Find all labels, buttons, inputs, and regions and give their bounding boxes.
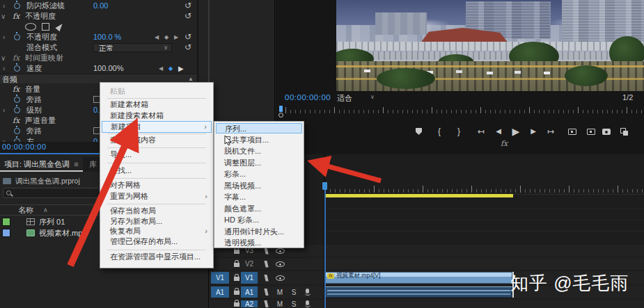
- extract-button[interactable]: [586, 125, 597, 138]
- next-keyframe-icon[interactable]: ▶: [174, 32, 178, 42]
- submenu-item-transparent-video[interactable]: 透明视频...: [216, 238, 302, 248]
- submenu-item-adjustment-layer[interactable]: 调整图层...: [216, 158, 302, 168]
- playback-resolution[interactable]: 1/2: [622, 93, 633, 102]
- source-patch-button[interactable]: A1: [211, 286, 229, 298]
- menu-item-import[interactable]: 导入...: [102, 149, 212, 160]
- submenu-item-bars-tone[interactable]: 彩条...: [216, 169, 302, 179]
- chevron-down-icon[interactable]: ∨: [1, 12, 6, 21]
- menu-item-save-layout[interactable]: 保存当前布局: [102, 206, 212, 216]
- prev-keyframe-icon[interactable]: ◀: [159, 63, 163, 74]
- track-target-button[interactable]: V1: [241, 272, 258, 284]
- add-marker-button[interactable]: [414, 125, 425, 138]
- eye-icon[interactable]: [276, 275, 285, 281]
- effect-panel-timecode[interactable]: 00:00:00:00: [2, 143, 47, 151]
- stopwatch-icon[interactable]: [14, 65, 20, 72]
- add-keyframe-icon[interactable]: ◆: [164, 32, 168, 42]
- submenu-item-black-video[interactable]: 黑场视频...: [216, 181, 302, 191]
- step-back-button[interactable]: ◀: [493, 125, 504, 138]
- sync-lock-icon[interactable]: [263, 248, 269, 254]
- video-clip[interactable]: fx 视频素材.mp4[V]: [325, 272, 512, 284]
- chevron-right-icon[interactable]: ›: [3, 64, 5, 73]
- lock-icon[interactable]: [234, 302, 239, 307]
- reset-icon[interactable]: ↺: [184, 11, 191, 22]
- submenu-item-offline-file[interactable]: 脱机文件...: [216, 146, 302, 156]
- menu-item-save-as-layout[interactable]: 另存为新布局...: [102, 216, 212, 227]
- monitor-timecode[interactable]: 00:00:00:00: [285, 93, 331, 102]
- lift-button[interactable]: [567, 125, 578, 138]
- property-value[interactable]: 100.0 %: [93, 32, 121, 42]
- label-color-swatch[interactable]: [2, 218, 10, 226]
- menu-item-align-grid[interactable]: 对齐网格: [102, 180, 212, 191]
- mute-button[interactable]: M: [276, 286, 284, 298]
- reset-icon[interactable]: ↺: [184, 1, 191, 11]
- lock-icon[interactable]: [234, 277, 239, 281]
- blend-mode-select[interactable]: 正常 ∨: [93, 43, 172, 52]
- submenu-item-captions[interactable]: 字幕...: [216, 192, 302, 202]
- solo-button[interactable]: S: [290, 286, 298, 298]
- stopwatch-icon[interactable]: [14, 107, 20, 113]
- stopwatch-icon[interactable]: [14, 34, 20, 40]
- work-area-bar[interactable]: [325, 194, 513, 197]
- item-name[interactable]: 序列 01: [39, 217, 65, 227]
- lock-icon[interactable]: [234, 291, 239, 295]
- menu-item-new-search-bin[interactable]: 新建搜索素材箱: [102, 111, 212, 121]
- menu-item-view-hidden[interactable]: 查看隐藏内容: [102, 135, 212, 145]
- sync-lock-icon[interactable]: [263, 300, 269, 307]
- chevron-right-icon[interactable]: ›: [3, 106, 5, 115]
- rect-mask-icon[interactable]: [42, 23, 49, 31]
- solo-button[interactable]: S: [290, 300, 298, 308]
- project-filename[interactable]: 调出黑金色调.prproj: [15, 176, 80, 186]
- sync-lock-icon[interactable]: [263, 261, 269, 268]
- monitor-time-ruler[interactable]: [278, 105, 644, 114]
- prev-keyframe-icon[interactable]: ◀: [155, 32, 159, 42]
- source-patch-button[interactable]: V1: [211, 272, 229, 284]
- zoom-level-select[interactable]: 适合: [337, 93, 352, 104]
- stopwatch-icon[interactable]: [14, 3, 20, 9]
- comparison-view-button[interactable]: [619, 125, 630, 138]
- submenu-item-counting-leader[interactable]: 通用倒计时片头...: [216, 227, 302, 237]
- reset-icon[interactable]: ↺: [184, 42, 191, 53]
- menu-item-new-bin[interactable]: 新建素材箱: [102, 99, 212, 110]
- mute-button[interactable]: M: [276, 300, 284, 308]
- tab-project[interactable]: 项目: 调出黑金色调≡: [0, 157, 83, 172]
- mark-out-button[interactable]: }: [453, 125, 464, 138]
- monitor-playhead[interactable]: [279, 106, 283, 112]
- mic-icon[interactable]: [306, 300, 309, 305]
- ellipse-mask-icon[interactable]: [25, 23, 36, 31]
- submenu-item-sequence[interactable]: 序列...: [216, 123, 302, 133]
- name-column-header[interactable]: 名称: [18, 205, 33, 216]
- stopwatch-icon[interactable]: [14, 128, 20, 134]
- property-value[interactable]: 100.00%: [93, 63, 123, 74]
- menu-item-manage-layouts[interactable]: 管理已保存的布局...: [102, 236, 212, 247]
- pen-mask-icon[interactable]: [55, 22, 64, 32]
- global-fx-mute-button[interactable]: fx: [501, 139, 508, 148]
- menu-item-new-item[interactable]: 新建项目›: [102, 121, 212, 133]
- eye-icon[interactable]: [276, 261, 285, 267]
- go-to-out-button[interactable]: ↦: [545, 125, 556, 138]
- eye-icon[interactable]: [276, 248, 285, 254]
- sync-lock-icon[interactable]: [263, 275, 269, 282]
- chevron-down-icon[interactable]: ∨: [1, 54, 6, 63]
- reset-icon[interactable]: ↺: [184, 32, 191, 42]
- step-forward-button[interactable]: ▶: [528, 125, 539, 138]
- property-value[interactable]: 0.00: [93, 1, 108, 11]
- track-target-button[interactable]: A2: [241, 300, 258, 307]
- track-target-button[interactable]: V2: [241, 259, 258, 269]
- playhead[interactable]: [322, 182, 327, 190]
- item-name[interactable]: 视频素材.mp4: [39, 228, 86, 238]
- add-keyframe-icon[interactable]: ◆: [168, 63, 173, 74]
- mic-icon[interactable]: [306, 289, 309, 293]
- chevron-right-icon[interactable]: ›: [3, 1, 5, 10]
- next-keyframe-icon[interactable]: ▶: [178, 63, 184, 74]
- timeline-ruler[interactable]: [325, 182, 644, 195]
- audio-clip[interactable]: [325, 286, 512, 298]
- submenu-item-hd-bars[interactable]: HD 彩条...: [216, 215, 302, 225]
- sync-lock-icon[interactable]: [263, 289, 269, 295]
- menu-item-reset-grid[interactable]: 重置为网格›: [102, 191, 212, 202]
- track-target-button[interactable]: A1: [241, 286, 258, 298]
- submenu-item-color-matte[interactable]: 颜色遮罩...: [216, 204, 302, 214]
- tab-libraries[interactable]: 库: [89, 157, 97, 171]
- menu-item-restore-layout[interactable]: 恢复布局›: [102, 226, 212, 236]
- stopwatch-icon[interactable]: [14, 97, 20, 103]
- lock-icon[interactable]: [234, 263, 239, 267]
